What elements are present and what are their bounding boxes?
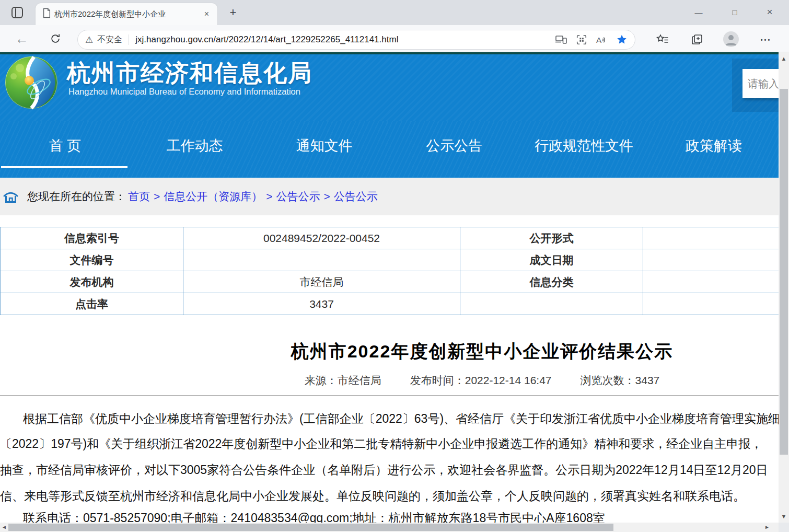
scroll-right-icon[interactable]: ►: [764, 524, 770, 530]
article-body-line: 抽查，市经信局审核评价，对以下3005家符合公告条件企业（名单附后）进行公示，欢…: [0, 462, 779, 478]
site-name: 杭州市经济和信息化局: [67, 57, 312, 89]
window-maximize-button[interactable]: □: [723, 4, 746, 20]
info-label: 成文日期: [460, 249, 643, 271]
breadcrumb-link-announcements-2[interactable]: 公告公示: [334, 189, 378, 204]
site-logo: [4, 55, 59, 112]
main-navigation: 首 页 工作动态 通知文件 公示公告 行政规范性文件 政策解读: [0, 121, 779, 178]
webpage-viewport: 杭州市经济和信息化局 Hangzhou Municipal Bureau of …: [0, 52, 779, 523]
article-body-line: 〔2022〕197号)和《关于组织浙江省2022年度创新型中小企业和第二批专精特…: [0, 436, 779, 452]
info-value: 市经信局: [183, 271, 460, 293]
read-aloud-icon[interactable]: A: [596, 34, 608, 45]
more-menu-icon[interactable]: •••: [758, 31, 774, 48]
info-label: 信息索引号: [1, 227, 183, 249]
info-value: 主动公开: [643, 227, 779, 249]
send-to-devices-icon[interactable]: [555, 34, 567, 45]
nav-item-home[interactable]: 首 页: [0, 121, 130, 178]
info-value: 公告公示: [643, 271, 779, 293]
window-minimize-button[interactable]: —: [687, 4, 710, 20]
breadcrumb-link-announcements[interactable]: 公告公示: [276, 189, 320, 204]
breadcrumb-link-home[interactable]: 首页: [128, 189, 150, 204]
table-row: 点击率 3437: [1, 293, 779, 315]
site-header: 杭州市经济和信息化局 Hangzhou Municipal Bureau of …: [0, 54, 779, 121]
favorites-bar-icon[interactable]: [654, 31, 671, 48]
article-divider: [0, 395, 779, 396]
not-secure-warning-icon: ⚠: [85, 34, 93, 45]
breadcrumb-separator: >: [324, 190, 330, 203]
svg-text:A: A: [596, 36, 602, 44]
web-capture-icon[interactable]: [576, 34, 587, 45]
vertical-scrollbar-thumb[interactable]: [780, 89, 788, 455]
tab-workspaces-icon[interactable]: [10, 6, 24, 19]
vertical-scrollbar[interactable]: ▲ ▼: [779, 52, 789, 523]
table-row: 信息索引号 002489452/2022-00452 公开形式 主动公开: [1, 227, 779, 249]
horizontal-scrollbar[interactable]: ◄ ►: [0, 523, 779, 532]
site-search-input[interactable]: [742, 69, 779, 98]
article-publish-time: 发布时间：2022-12-14 16:47: [410, 373, 552, 388]
back-icon[interactable]: ←: [14, 30, 30, 47]
tab-close-icon[interactable]: ×: [202, 9, 211, 19]
security-label[interactable]: 不安全: [97, 34, 122, 45]
scroll-up-icon[interactable]: ▲: [779, 55, 789, 62]
info-value: 002489452/2022-00452: [183, 227, 460, 249]
article-meta: 来源：市经信局 发布时间：2022-12-14 16:47 浏览次数：3437: [0, 373, 779, 388]
site-name-english: Hangzhou Municipal Bureau of Economy and…: [68, 87, 300, 97]
info-value: [183, 249, 460, 271]
browser-tab-bar: 杭州市2022年度创新型中小企业 × + — □ ×: [0, 0, 789, 25]
favorite-star-icon[interactable]: [616, 34, 628, 45]
breadcrumb-prefix: 您现在所在的位置：: [27, 189, 126, 204]
scroll-left-icon[interactable]: ◄: [1, 524, 7, 530]
table-row: 发布机构 市经信局 信息分类 公告公示: [1, 271, 779, 293]
article-body-line: 根据工信部《优质中小企业梯度培育管理暂行办法》(工信部企业〔2022〕63号)、…: [0, 411, 779, 427]
nav-item-announcements[interactable]: 公示公告: [389, 121, 519, 178]
info-label: 文件编号: [1, 249, 183, 271]
table-row: 文件编号 成文日期 2022-12-14: [1, 249, 779, 271]
profile-avatar[interactable]: [723, 31, 739, 47]
article-body-line: 联系电话：0571-85257090;电子邮箱：2410483534@qq.co…: [0, 510, 779, 523]
info-value: [643, 293, 779, 315]
article-view-count: 浏览次数：3437: [581, 373, 660, 388]
document-info-table: 信息索引号 002489452/2022-00452 公开形式 主动公开 文件编…: [0, 227, 779, 315]
home-icon[interactable]: [3, 189, 19, 204]
breadcrumb-separator: >: [266, 190, 272, 203]
url-text[interactable]: jxj.hangzhou.gov.cn/art/2022/12/14/art_1…: [135, 34, 547, 45]
info-label: 信息分类: [460, 271, 643, 293]
article-title: 杭州市2022年度创新型中小企业评价结果公示: [0, 340, 779, 364]
nav-item-policy-interpretation[interactable]: 政策解读: [649, 121, 779, 178]
breadcrumb: 您现在所在的位置： 首页> 信息公开（资源库）> 公告公示> 公告公示: [0, 178, 779, 215]
info-label: 点击率: [1, 293, 183, 315]
scrollbar-corner: [779, 523, 789, 532]
scroll-down-icon[interactable]: ▼: [779, 513, 789, 519]
nav-item-work-news[interactable]: 工作动态: [130, 121, 259, 178]
breadcrumb-link-info-disclosure[interactable]: 信息公开（资源库）: [164, 189, 262, 204]
info-label: [460, 293, 643, 315]
nav-item-notices[interactable]: 通知文件: [260, 121, 389, 178]
new-tab-button[interactable]: +: [226, 5, 240, 20]
collections-icon[interactable]: [689, 31, 705, 48]
browser-tab[interactable]: 杭州市2022年度创新型中小企业 ×: [36, 3, 217, 25]
breadcrumb-separator: >: [154, 190, 160, 203]
info-label: 发布机构: [1, 271, 183, 293]
info-value: 2022-12-14: [643, 249, 779, 271]
article-body-line: 信、来电等形式反馈至杭州市经济和信息化局中小企业发展处。单位反映问题的，须加盖公…: [0, 488, 779, 504]
address-bar[interactable]: ⚠ 不安全 jxj.hangzhou.gov.cn/art/2022/12/14…: [77, 30, 635, 50]
refresh-icon[interactable]: [47, 30, 64, 47]
page-favicon-icon: [42, 8, 51, 20]
horizontal-scrollbar-thumb[interactable]: [8, 524, 613, 531]
tab-title: 杭州市2022年度创新型中小企业: [54, 9, 199, 19]
info-value: 3437: [183, 293, 460, 315]
info-label: 公开形式: [460, 227, 643, 249]
article-source: 来源：市经信局: [305, 373, 381, 388]
url-divider: [129, 34, 129, 45]
window-close-button[interactable]: ×: [758, 4, 781, 20]
nav-item-regulatory-documents[interactable]: 行政规范性文件: [519, 121, 648, 178]
